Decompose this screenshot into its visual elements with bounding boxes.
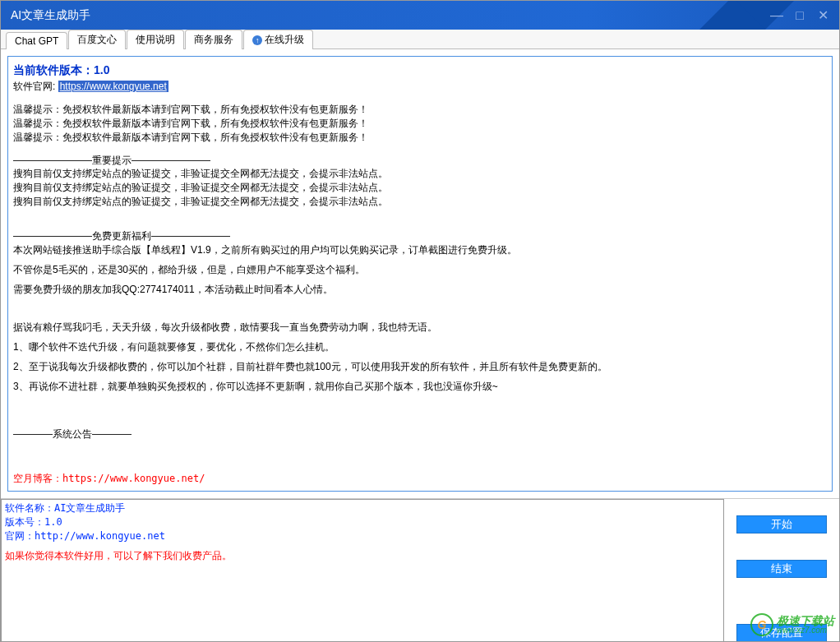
free-header: ————————免费更新福利———————— bbox=[13, 229, 827, 243]
info-name-label: 软件名称： bbox=[5, 502, 54, 514]
notice-header: ————系统公告———— bbox=[13, 427, 827, 441]
save-config-button[interactable]: 保存配置 bbox=[736, 624, 827, 642]
warm-tip: 温馨提示：免授权软件最新版本请到官网下载，所有免授权软件没有包更新服务！ bbox=[13, 116, 827, 131]
tab-wenxin[interactable]: 百度文心 bbox=[68, 30, 126, 49]
info-box: 软件名称：AI文章生成助手 版本号：1.0 官网：http://www.kong… bbox=[1, 499, 724, 642]
bottom-panel: 软件名称：AI文章生成助手 版本号：1.0 官网：http://www.kong… bbox=[1, 498, 839, 642]
tab-upgrade[interactable]: ↑在线升级 bbox=[243, 30, 313, 49]
free-line: 本次网站链接推送助手综合版【单线程】V1.9，之前所有购买过的用户均可以凭购买记… bbox=[13, 242, 827, 257]
rumor-line: 据说有粮仔骂我叼毛，天天升级，每次升级都收费，敢情要我一直当免费劳动力啊，我也特… bbox=[13, 320, 827, 335]
site-url-link[interactable]: https://www.kongyue.net bbox=[58, 81, 168, 92]
start-button[interactable]: 开始 bbox=[736, 515, 827, 533]
warm-tip: 温馨提示：免授权软件最新版本请到官网下载，所有免授权软件没有包更新服务！ bbox=[13, 130, 827, 145]
warm-tip: 温馨提示：免授权软件最新版本请到官网下载，所有免授权软件没有包更新服务！ bbox=[13, 102, 827, 117]
sogou-tip: 搜狗目前仅支持绑定站点的验证提交，非验证提交全网都无法提交，会提示非法站点。 bbox=[13, 166, 827, 181]
tab-label: 百度文心 bbox=[77, 34, 117, 45]
info-version-value: 1.0 bbox=[44, 516, 62, 528]
site-label: 软件官网: bbox=[13, 81, 55, 92]
content-scroll: 当前软件版本：1.0 软件官网: https://www.kongyue.net… bbox=[13, 60, 827, 446]
tab-label: 在线升级 bbox=[265, 34, 304, 45]
tab-label: 使用说明 bbox=[136, 34, 175, 45]
free-line: 需要免费升级的朋友加我QQ:2774174011，本活动截止时间看本人心情。 bbox=[13, 282, 827, 297]
site-line: 软件官网: https://www.kongyue.net bbox=[13, 80, 827, 94]
info-promo: 如果你觉得本软件好用，可以了解下我们收费产品。 bbox=[5, 549, 720, 563]
info-site-label: 官网： bbox=[5, 530, 35, 542]
body-text: 温馨提示：免授权软件最新版本请到官网下载，所有免授权软件没有包更新服务！ 温馨提… bbox=[13, 102, 827, 441]
tab-chatgpt[interactable]: Chat GPT bbox=[6, 32, 67, 49]
tab-instructions[interactable]: 使用说明 bbox=[127, 30, 184, 49]
tab-label: Chat GPT bbox=[15, 35, 58, 47]
button-column: 开始 结束 保存配置 bbox=[724, 499, 839, 642]
upgrade-panel: 当前软件版本：1.0 软件官网: https://www.kongyue.net… bbox=[7, 56, 833, 492]
tab-business[interactable]: 商务服务 bbox=[185, 30, 242, 49]
content-wrap: 当前软件版本：1.0 软件官网: https://www.kongyue.net… bbox=[1, 49, 839, 498]
info-version-label: 版本号： bbox=[5, 516, 44, 528]
important-header: ————————重要提示———————— bbox=[13, 153, 827, 168]
maximize-button[interactable]: □ bbox=[790, 6, 810, 25]
close-button[interactable]: ✕ bbox=[813, 6, 833, 25]
footer-blog-link[interactable]: 空月博客：https://www.kongyue.net/ bbox=[13, 472, 205, 486]
info-name-value: AI文章生成助手 bbox=[54, 502, 125, 514]
sogou-tip: 搜狗目前仅支持绑定站点的验证提交，非验证提交全网都无法提交，会提示非法站点。 bbox=[13, 194, 827, 209]
info-site-value: http://www.kongyue.net bbox=[35, 530, 165, 542]
free-line: 不管你是5毛买的，还是30买的，都给升级，但是，白嫖用户不能享受这个福利。 bbox=[13, 262, 827, 277]
minimize-button[interactable]: — bbox=[767, 6, 787, 25]
sogou-tip: 搜狗目前仅支持绑定站点的验证提交，非验证提交全网都无法提交，会提示非法站点。 bbox=[13, 180, 827, 195]
end-button[interactable]: 结束 bbox=[736, 560, 827, 578]
window-controls: — □ ✕ bbox=[767, 1, 833, 30]
upgrade-icon: ↑ bbox=[252, 35, 262, 45]
point-1: 1、哪个软件不迭代升级，有问题就要修复，要优化，不然你们怎么挂机。 bbox=[13, 339, 827, 354]
tab-bar: Chat GPT 百度文心 使用说明 商务服务 ↑在线升级 bbox=[1, 30, 839, 49]
point-2: 2、至于说我每次升级都收费的，你可以加个社群，目前社群年费也就100元，可以使用… bbox=[13, 359, 827, 374]
window-title: AI文章生成助手 bbox=[11, 8, 90, 23]
point-3: 3、再说你不进社群，就要单独购买免授权的，你可以选择不更新啊，就用你自己买那个版… bbox=[13, 379, 827, 394]
version-line: 当前软件版本：1.0 bbox=[13, 63, 827, 78]
title-bar: AI文章生成助手 — □ ✕ bbox=[1, 1, 839, 30]
tab-label: 商务服务 bbox=[194, 34, 233, 45]
